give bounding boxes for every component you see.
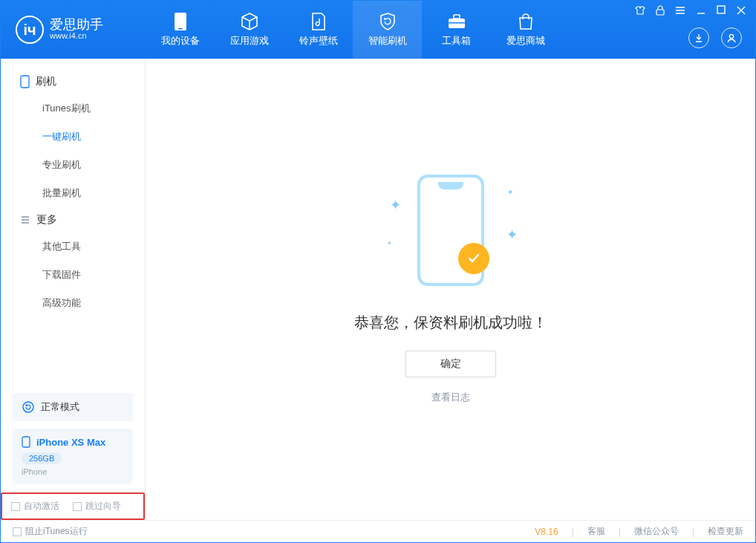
user-button[interactable]	[721, 27, 742, 48]
sidebar-item-oneclick-flash[interactable]: 一键刷机	[1, 123, 145, 151]
top-tabs: 我的设备 应用游戏 铃声壁纸 智能刷机 工具箱 爱思商城	[146, 1, 560, 59]
music-file-icon	[309, 12, 328, 31]
toolbox-icon	[447, 12, 466, 31]
sidebar-item-pro-flash[interactable]: 专业刷机	[1, 151, 145, 179]
svg-rect-5	[656, 10, 664, 15]
sparkle-icon: ✦	[387, 240, 392, 247]
success-message: 恭喜您，保资料刷机成功啦！	[354, 313, 547, 333]
tab-label: 应用游戏	[230, 34, 269, 48]
minimize-icon[interactable]	[696, 5, 706, 16]
shield-refresh-icon	[378, 12, 397, 31]
checkbox-label: 跳过向导	[85, 500, 121, 513]
tab-smart-flash[interactable]: 智能刷机	[353, 1, 422, 59]
version-label: V8.16	[535, 527, 558, 537]
lock-icon[interactable]	[656, 5, 665, 16]
link-wechat[interactable]: 微信公众号	[634, 525, 679, 538]
link-support[interactable]: 客服	[587, 525, 605, 538]
list-icon	[20, 215, 30, 225]
phone-outline-icon	[20, 75, 30, 88]
window-controls-row2	[688, 27, 742, 48]
menu-icon[interactable]	[675, 5, 685, 16]
svg-rect-10	[22, 437, 30, 447]
sidebar-item-advanced[interactable]: 高级功能	[1, 289, 145, 317]
titlebar: iч 爱思助手 www.i4.cn 我的设备 应用游戏 铃声壁纸 智能刷机 工具…	[1, 1, 755, 59]
tab-label: 爱思商城	[506, 34, 545, 48]
sidebar-item-other-tools[interactable]: 其他工具	[1, 233, 145, 261]
mode-status-box[interactable]: 正常模式	[13, 393, 133, 421]
sidebar-item-download-firmware[interactable]: 下载固件	[1, 261, 145, 289]
svg-rect-0	[175, 13, 186, 30]
device-name: iPhone XS Max	[36, 437, 105, 448]
logo-icon: iч	[16, 16, 44, 44]
tab-label: 智能刷机	[368, 34, 407, 48]
svg-point-9	[23, 402, 33, 412]
main-content: ✦ ✦ ✦ ✦ 恭喜您，保资料刷机成功啦！ 确定 查看日志	[146, 59, 755, 520]
bag-icon	[516, 12, 535, 31]
ok-button[interactable]: 确定	[405, 351, 496, 377]
group-title: 更多	[36, 213, 57, 227]
svg-point-7	[729, 34, 733, 38]
sidebar-group-flash: 刷机	[1, 69, 145, 94]
mode-label: 正常模式	[41, 400, 79, 414]
svg-rect-3	[454, 15, 460, 19]
statusbar: 阻止iTunes运行 V8.16 | 客服 | 微信公众号 | 检查更新	[1, 520, 755, 542]
separator: |	[692, 527, 694, 537]
device-type: iPhone	[22, 467, 124, 476]
tab-my-device[interactable]: 我的设备	[146, 1, 215, 59]
checkbox-skip-guide[interactable]: 跳过向导	[73, 500, 121, 513]
sidebar-item-batch-flash[interactable]: 批量刷机	[1, 179, 145, 207]
tab-apps-games[interactable]: 应用游戏	[215, 1, 284, 59]
tab-toolbox[interactable]: 工具箱	[422, 1, 491, 59]
window-controls-row1	[635, 5, 746, 16]
body: 刷机 iTunes刷机 一键刷机 专业刷机 批量刷机 更多 其他工具 下载固件 …	[1, 59, 755, 520]
checkbox-icon	[13, 527, 22, 536]
sidebar-item-itunes-flash[interactable]: iTunes刷机	[1, 94, 145, 123]
svg-rect-4	[449, 22, 465, 24]
sidebar: 刷机 iTunes刷机 一键刷机 专业刷机 批量刷机 更多 其他工具 下载固件 …	[1, 59, 146, 520]
separator: |	[619, 527, 621, 537]
svg-rect-8	[21, 76, 29, 88]
tab-store[interactable]: 爱思商城	[491, 1, 560, 59]
tab-label: 铃声壁纸	[299, 34, 338, 48]
logo-text: 爱思助手 www.i4.cn	[50, 18, 103, 41]
side-checkbox-row: 自动激活 跳过向导	[1, 492, 145, 520]
close-icon[interactable]	[736, 5, 746, 16]
checkbox-icon	[11, 502, 20, 511]
link-check-update[interactable]: 检查更新	[708, 525, 743, 538]
device-storage-badge: 256GB	[22, 452, 62, 464]
tab-ringtone-wallpaper[interactable]: 铃声壁纸	[284, 1, 353, 59]
svg-rect-1	[178, 28, 183, 30]
cube-icon	[240, 12, 259, 31]
checkbox-icon	[73, 502, 82, 511]
check-badge-icon	[458, 243, 489, 274]
group-title: 刷机	[36, 75, 56, 88]
checkbox-label: 自动激活	[24, 500, 59, 513]
sparkle-icon: ✦	[507, 188, 513, 196]
view-log-link[interactable]: 查看日志	[431, 391, 470, 404]
refresh-circle-icon	[22, 400, 35, 414]
maximize-icon[interactable]	[717, 5, 726, 16]
checkbox-stop-itunes[interactable]: 阻止iTunes运行	[13, 525, 88, 538]
checkbox-label: 阻止iTunes运行	[25, 525, 88, 538]
sidebar-group-more: 更多	[1, 207, 145, 233]
svg-rect-6	[717, 6, 725, 13]
checkbox-auto-activate[interactable]: 自动激活	[11, 500, 59, 513]
success-illustration: ✦ ✦ ✦ ✦	[384, 175, 518, 301]
separator: |	[572, 527, 574, 537]
device-icon	[171, 12, 190, 31]
app-site: www.i4.cn	[50, 31, 103, 41]
shirt-icon[interactable]	[635, 5, 645, 16]
device-box[interactable]: iPhone XS Max 256GB iPhone	[13, 429, 133, 484]
sparkle-icon: ✦	[506, 227, 518, 243]
tab-label: 我的设备	[161, 34, 200, 48]
phone-small-icon	[22, 436, 30, 448]
download-button[interactable]	[688, 27, 709, 48]
tab-label: 工具箱	[442, 34, 471, 48]
sparkle-icon: ✦	[390, 197, 401, 213]
logo[interactable]: iч 爱思助手 www.i4.cn	[1, 16, 146, 44]
app-name: 爱思助手	[50, 18, 103, 31]
